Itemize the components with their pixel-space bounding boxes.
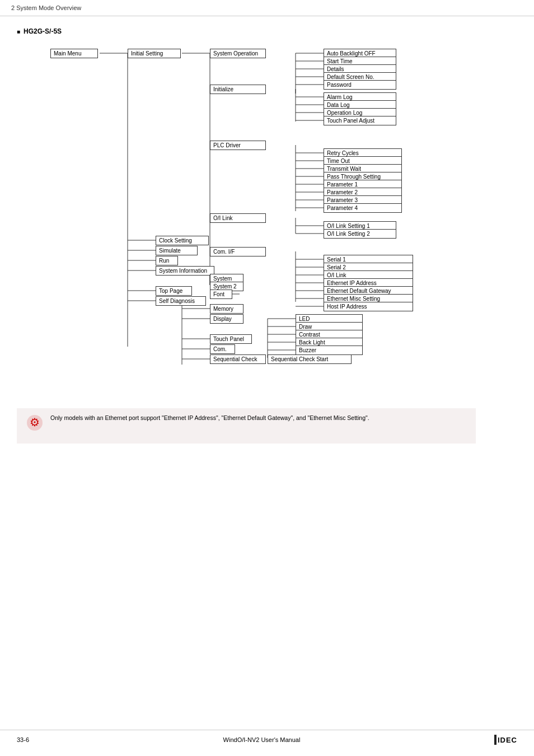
oi-link-box: O/I Link xyxy=(210,213,266,223)
oi-link-setting2-box: O/I Link Setting 2 xyxy=(324,229,396,239)
sequential-check-box: Sequential Check xyxy=(210,354,266,364)
password-box: Password xyxy=(324,80,396,90)
logo-bar xyxy=(494,735,496,745)
parameter4-box: Parameter 4 xyxy=(324,203,402,213)
page-header: 2 System Mode Overview xyxy=(0,0,534,16)
header-title: 2 System Mode Overview xyxy=(11,4,81,11)
com-box: Com. xyxy=(210,344,235,354)
memory-box: Memory xyxy=(210,304,243,314)
host-ip-box: Host IP Address xyxy=(324,302,413,311)
page-footer: 33-6 WindO/I-NV2 User's Manual IDEC xyxy=(0,730,534,745)
note-box: ⚙ Only models with an Ethernet port supp… xyxy=(17,408,476,444)
top-page-box: Top Page xyxy=(156,286,192,296)
warning-icon: ⚙ xyxy=(25,413,45,438)
touch-panel-adjust-box: Touch Panel Adjust xyxy=(324,116,396,125)
run-box: Run xyxy=(156,256,178,265)
buzzer-box: Buzzer xyxy=(296,346,363,355)
svg-text:⚙: ⚙ xyxy=(30,416,40,428)
tree-diagram: Main Menu Initial Setting System Operati… xyxy=(17,44,498,391)
page-number: 33-6 xyxy=(17,736,29,743)
initialize-box: Initialize xyxy=(210,85,266,94)
self-diagnosis-box: Self Diagnosis xyxy=(156,296,206,306)
system-information-box: System Information xyxy=(156,266,214,276)
section-title: HG2G-S/-5S xyxy=(17,27,517,35)
initial-setting-box: Initial Setting xyxy=(128,49,181,58)
simulate-box: Simulate xyxy=(156,246,198,255)
main-menu-box: Main Menu xyxy=(50,49,98,58)
brand-logo: IDEC xyxy=(494,735,517,745)
sequential-check-start-box: Sequential Check Start xyxy=(268,354,352,364)
display-box: Display xyxy=(210,314,243,324)
page-content: HG2G-S/-5S xyxy=(0,16,534,455)
clock-setting-box: Clock Setting xyxy=(156,236,209,245)
com-if-box: Com. I/F xyxy=(210,247,266,256)
plc-driver-box: PLC Driver xyxy=(210,141,266,150)
system-operation-box: System Operation xyxy=(210,49,266,58)
manual-title: WindO/I-NV2 User's Manual xyxy=(223,736,301,743)
touch-panel-box: Touch Panel xyxy=(210,334,252,344)
font-box: Font xyxy=(210,290,232,299)
note-text: Only models with an Ethernet port suppor… xyxy=(50,414,369,423)
warning-svg: ⚙ xyxy=(25,413,45,433)
